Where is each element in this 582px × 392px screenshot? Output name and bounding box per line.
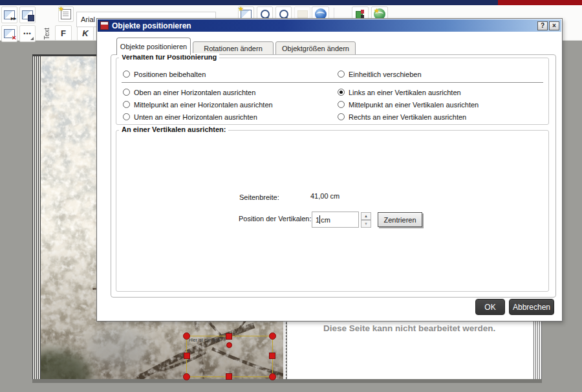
position-input[interactable]: 1 cm xyxy=(312,212,359,228)
star-icon: ★ xyxy=(374,8,380,14)
vertical-align-group: An einer Vertikalen ausrichten: Seitenbr… xyxy=(116,130,549,292)
font-select-value: Arial xyxy=(81,16,95,23)
bold-button[interactable]: F xyxy=(55,25,72,41)
radio-mittelpunkt-horizontale[interactable]: Mittelpunkt an einer Horizontalen ausric… xyxy=(123,100,273,109)
export-page-button[interactable]: ▸▸ xyxy=(1,6,17,23)
floppy-icon xyxy=(28,15,34,21)
star-icon: ★ xyxy=(58,6,64,12)
text-form-button[interactable]: ★ xyxy=(58,6,74,22)
top-accent-bar xyxy=(0,0,582,5)
top-accent-bar-red xyxy=(498,0,582,5)
page-binding-left xyxy=(32,56,41,379)
italic-button[interactable]: K xyxy=(77,25,94,41)
form-icon: ★ xyxy=(61,9,71,19)
radio-oben-horizontale[interactable]: Oben an einer Horizontalen ausrichten xyxy=(123,88,255,96)
objekte-positionieren-dialog: Objekte positionieren ? × Objekte positi… xyxy=(96,18,563,321)
radio-circle[interactable] xyxy=(338,101,345,108)
page-width-value: 41,00 cm xyxy=(310,192,339,200)
radio-circle[interactable] xyxy=(123,89,130,96)
ok-button[interactable]: OK xyxy=(475,299,505,315)
more-options-button[interactable]: ••• xyxy=(19,25,36,42)
close-button[interactable]: × xyxy=(549,21,559,30)
handle-bottom-right[interactable] xyxy=(269,373,276,380)
spin-down-button[interactable]: ▼ xyxy=(361,220,371,228)
help-button[interactable]: ? xyxy=(537,21,548,30)
save-page-button[interactable] xyxy=(19,6,36,23)
image-swap-icon xyxy=(355,10,365,19)
radio-links-vertikale[interactable]: Links an einer Vertikalen ausrichten xyxy=(338,88,461,96)
text-group-label: Text xyxy=(41,25,52,42)
page-locked-message: Diese Seite kann nicht bearbeitet werden… xyxy=(323,323,495,333)
radio-circle[interactable] xyxy=(338,89,345,96)
handle-mid-left[interactable] xyxy=(184,353,190,359)
delete-x-icon: × xyxy=(12,35,16,40)
ellipsis-icon: ••• xyxy=(23,30,31,37)
export-arrows-icon: ▸▸ xyxy=(11,16,16,21)
radio-circle[interactable] xyxy=(123,113,130,120)
page-width-label: Seitenbreite: xyxy=(239,193,279,201)
radio-circle[interactable] xyxy=(123,71,130,78)
disabled-icon xyxy=(297,10,308,18)
group-separator xyxy=(122,82,543,83)
delete-page-button[interactable]: × xyxy=(1,25,17,42)
pages-shadow xyxy=(32,379,542,383)
dialog-title: Objekte positionieren xyxy=(112,21,191,30)
cancel-button[interactable]: Abbrechen xyxy=(509,299,554,315)
text-caret xyxy=(319,215,320,224)
position-label: Position der Vertikalen: xyxy=(239,215,312,223)
handle-bottom-left[interactable] xyxy=(183,373,190,380)
radio-positionen-beibehalten[interactable]: Positionen beibehalten xyxy=(123,70,206,78)
radio-circle[interactable] xyxy=(123,101,130,108)
zentrieren-button[interactable]: Zentrieren xyxy=(378,212,422,227)
radio-unten-horizontale[interactable]: Unten an einer Horizontalen ausrichten xyxy=(123,113,257,121)
handle-top-center[interactable] xyxy=(226,333,232,340)
handle-bottom-center[interactable] xyxy=(226,373,232,380)
radio-einheitlich-verschieben[interactable]: Einheitlich verschieben xyxy=(338,70,422,78)
tab-objektgroessen-aendern[interactable]: Objektgrößen ändern xyxy=(275,41,356,55)
radio-circle[interactable] xyxy=(338,71,345,78)
rotation-handle[interactable] xyxy=(226,342,232,348)
image-icon: ★ xyxy=(241,10,252,19)
page-icon: ▸▸ xyxy=(4,10,15,19)
zoom-in-icon xyxy=(261,10,270,19)
radio-rechts-vertikale[interactable]: Rechts an einer Vertikalen ausrichten xyxy=(338,113,466,121)
selected-text-object[interactable]: Hier ist ein Text xyxy=(186,336,273,377)
radio-circle[interactable] xyxy=(338,113,345,120)
handle-top-right[interactable] xyxy=(269,332,276,340)
behavior-group: Verhalten für Positionierung Positionen … xyxy=(116,58,549,125)
spin-up-button[interactable]: ▲ xyxy=(361,212,371,220)
handle-top-left[interactable] xyxy=(183,332,190,340)
corner-triangle-icon xyxy=(30,37,34,40)
star-icon: ★ xyxy=(238,6,244,12)
page-icon: × xyxy=(4,29,15,38)
selected-object-text: Hier ist ein Text xyxy=(189,338,220,342)
page-icon xyxy=(22,10,33,19)
position-spinner: ▲ ▼ xyxy=(361,212,371,228)
dialog-titlebar[interactable]: Objekte positionieren ? × xyxy=(98,19,561,32)
zoom-out-icon xyxy=(279,10,288,19)
app-icon xyxy=(100,21,109,30)
radio-mittelpunkt-vertikale[interactable]: Mittelpunkt an einer Vertikalen ausricht… xyxy=(338,100,479,109)
vertical-align-group-title: An einer Vertikalen ausrichten: xyxy=(119,125,228,133)
tab-objekte-positionieren[interactable]: Objekte positionieren xyxy=(116,38,191,55)
handle-mid-right[interactable] xyxy=(269,353,275,359)
